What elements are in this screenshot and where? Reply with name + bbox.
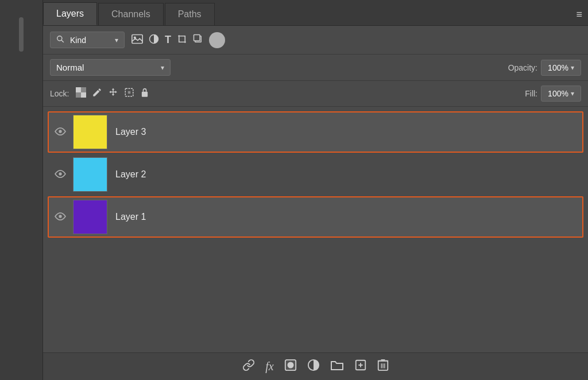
svg-point-14 — [59, 172, 61, 175]
add-adjustment-icon[interactable] — [307, 359, 320, 374]
new-layer-icon[interactable] — [354, 359, 367, 374]
filter-text-icon[interactable]: T — [165, 34, 171, 46]
svg-rect-7 — [76, 87, 81, 92]
layers-panel: Layers Channels Paths ≡ Kind ▾ — [43, 0, 588, 380]
layer-item-1[interactable]: Layer 1 — [48, 196, 583, 238]
tab-paths[interactable]: Paths — [165, 3, 215, 25]
filter-icons: T — [131, 34, 203, 46]
layer-2-name: Layer 2 — [115, 169, 146, 180]
fill-input[interactable]: 100% ▾ — [541, 86, 581, 102]
svg-rect-9 — [81, 87, 86, 92]
delete-layer-icon[interactable] — [377, 359, 389, 374]
svg-rect-12 — [142, 92, 148, 97]
opacity-input[interactable]: 100% ▾ — [541, 60, 581, 76]
opacity-label: Opacity: — [508, 63, 537, 72]
panel-menu-button[interactable]: ≡ — [576, 9, 582, 21]
filter-duplicate-icon[interactable] — [193, 34, 203, 46]
fill-section: Fill: 100% ▾ — [525, 86, 581, 102]
layer-item-2[interactable]: Layer 2 — [48, 154, 583, 195]
filter-crop-icon[interactable] — [177, 34, 187, 46]
fill-label: Fill: — [525, 89, 537, 98]
svg-rect-6 — [194, 34, 200, 41]
panel-tabs: Layers Channels Paths ≡ — [43, 0, 588, 26]
layer-1-name: Layer 1 — [115, 212, 146, 222]
link-layers-icon[interactable] — [242, 359, 255, 374]
lock-artboard-icon[interactable] — [124, 87, 134, 100]
svg-point-15 — [59, 215, 61, 218]
blend-dropdown-chevron: ▾ — [161, 64, 164, 72]
opacity-section: Opacity: 100% ▾ — [508, 60, 581, 76]
layer-effects-icon[interactable]: fx — [265, 360, 273, 373]
filter-row: Kind ▾ T — [43, 26, 588, 55]
tab-channels[interactable]: Channels — [98, 3, 164, 25]
svg-point-13 — [59, 130, 61, 133]
layer-3-visibility-icon[interactable] — [53, 126, 67, 139]
layer-1-thumbnail — [73, 200, 107, 234]
svg-rect-2 — [132, 34, 142, 43]
blend-mode-dropdown[interactable]: Normal ▾ — [50, 59, 171, 76]
layer-3-name: Layer 3 — [115, 127, 146, 137]
layer-1-visibility-icon[interactable] — [53, 211, 67, 224]
lock-label: Lock: — [50, 89, 69, 98]
kind-dropdown[interactable]: Kind ▾ — [50, 32, 125, 48]
search-icon — [56, 35, 64, 45]
tab-layers[interactable]: Layers — [43, 2, 97, 25]
svg-rect-8 — [81, 92, 86, 98]
opacity-chevron: ▾ — [571, 64, 574, 72]
lock-icons — [76, 87, 149, 100]
lock-transparency-icon[interactable] — [76, 87, 86, 100]
fill-chevron: ▾ — [571, 90, 574, 98]
svg-rect-10 — [76, 92, 81, 98]
layer-item-3[interactable]: Layer 3 — [48, 111, 583, 153]
svg-point-17 — [287, 362, 293, 369]
lock-image-icon[interactable] — [92, 87, 102, 100]
add-mask-icon[interactable] — [284, 359, 297, 374]
left-sidebar — [0, 0, 43, 380]
svg-point-0 — [57, 36, 62, 41]
lock-position-icon[interactable] — [108, 87, 118, 100]
lock-all-icon[interactable] — [140, 87, 149, 100]
svg-line-1 — [61, 40, 64, 42]
filter-image-icon[interactable] — [131, 34, 143, 46]
layer-3-thumbnail — [73, 115, 107, 149]
layers-list: Layer 3 Layer 2 Layer 1 — [43, 107, 588, 352]
new-group-icon[interactable] — [330, 359, 344, 374]
blend-row: Normal ▾ Opacity: 100% ▾ — [43, 55, 588, 81]
filter-toggle[interactable] — [209, 32, 225, 48]
bottom-toolbar: fx — [43, 352, 588, 380]
filter-circle-icon[interactable] — [149, 34, 159, 46]
kind-dropdown-chevron: ▾ — [115, 36, 118, 44]
layer-2-thumbnail — [73, 157, 107, 192]
lock-row: Lock: Fill: 10 — [43, 81, 588, 107]
scroll-handle[interactable] — [19, 17, 24, 52]
layer-2-visibility-icon[interactable] — [53, 168, 67, 181]
